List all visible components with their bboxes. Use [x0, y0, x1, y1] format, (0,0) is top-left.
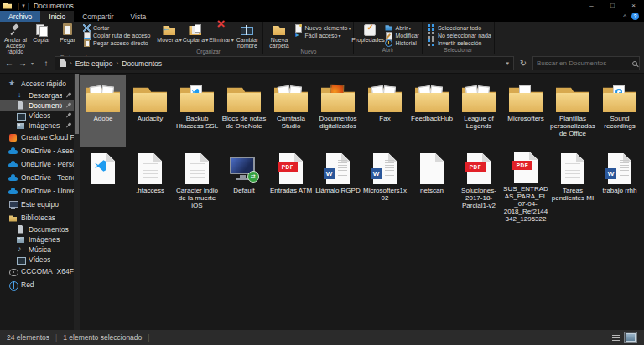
select-none-button[interactable]: No seleccionar nada: [428, 32, 491, 39]
folder-item-blocs-de-notas-de-onenote[interactable]: Blocs de notas de OneNote: [221, 75, 267, 147]
pin-to-quick-access-button[interactable]: Anclar al Acceso rápido: [3, 23, 29, 54]
sidebar-item-imágenes[interactable]: Imágenes: [0, 121, 74, 131]
file-item-trabajo-rrhh[interactable]: trabajo rrhh: [597, 147, 642, 219]
sidebar-item-onedrive-universid[interactable]: OneDrive - Universid: [0, 184, 74, 198]
copy-to-button[interactable]: Copiar a: [182, 23, 208, 44]
pin-icon[interactable]: [64, 101, 73, 111]
new-item-button[interactable]: Nuevo elemento: [294, 24, 351, 31]
search-box[interactable]: [532, 56, 640, 70]
quick-access-toolbar-chevron-icon[interactable]: ▾: [22, 3, 25, 9]
help-icon[interactable]: [631, 13, 639, 20]
refresh-icon[interactable]: ↻: [517, 59, 529, 68]
file-item-default[interactable]: Default: [221, 147, 267, 219]
invert-selection-button[interactable]: Invertir selección: [428, 39, 491, 46]
breadcrumb-documentos[interactable]: Documentos: [122, 59, 162, 68]
file-item-entradas-atm[interactable]: Entradas ATM: [268, 147, 314, 219]
close-button[interactable]: ×: [623, 0, 644, 11]
breadcrumb-este-equipo[interactable]: Este equipo: [75, 59, 113, 68]
collapse-ribbon-icon[interactable]: ^: [623, 13, 626, 20]
paste-shortcut-button[interactable]: Pegar acceso directo: [83, 39, 150, 46]
sidebar-item-onedrive-asesoría-i[interactable]: OneDrive - Asesoría I: [0, 144, 74, 157]
properties-button[interactable]: Propiedades: [356, 23, 382, 44]
sidebar-item-bibliotecas[interactable]: Bibliotecas: [0, 211, 74, 224]
tab-vista[interactable]: Vista: [122, 11, 155, 22]
easy-access-button[interactable]: Fácil acceso: [294, 32, 351, 39]
folder-item-microsofters[interactable]: Microsofters: [503, 75, 548, 147]
search-icon[interactable]: [632, 61, 637, 66]
cut-button[interactable]: Cortar: [83, 24, 150, 31]
folder-item-fax[interactable]: Fax: [362, 75, 408, 147]
pin-icon[interactable]: [64, 111, 73, 121]
folder-item-plantillas-personalizadas-de-office[interactable]: Plantillas personalizadas de Office: [550, 75, 595, 147]
folder-item-league-of-legends[interactable]: League of Legends: [456, 75, 501, 147]
content-area[interactable]: AdobeAudacityBackub Htaccess SSLBlocs de…: [80, 74, 644, 330]
back-icon[interactable]: ←: [4, 59, 14, 68]
move-to-button[interactable]: Mover a: [156, 23, 182, 44]
network-icon: [8, 281, 18, 290]
delete-button[interactable]: Eliminar: [208, 23, 234, 44]
select-all-button[interactable]: Seleccionar todo: [428, 24, 491, 31]
folder-item-audacity[interactable]: Audacity: [127, 75, 173, 147]
sidebar-item-documentos[interactable]: Documentos: [0, 100, 74, 111]
sidebar-item-imágenes[interactable]: Imágenes: [0, 234, 74, 245]
main-area: Acceso rápidoDescargasDocumentosVídeosIm…: [0, 74, 644, 330]
folder-photo-icon: [321, 77, 355, 112]
copy-button[interactable]: Copiar: [29, 23, 55, 43]
maximize-button[interactable]: □: [602, 0, 623, 11]
file-item-microsofters1x02[interactable]: Microsofters1x02: [362, 147, 408, 219]
search-input[interactable]: [533, 59, 632, 67]
file-pdf-icon: [512, 149, 540, 183]
file-item-vscode-file[interactable]: [80, 147, 126, 219]
paste-button[interactable]: Pegar: [55, 23, 80, 43]
file-item-sus-entradas-para-el-07-04-2018-ref2144342-1295322[interactable]: SUS_ENTRADAS_PARA_EL_07-04-2018_Ref21443…: [503, 147, 548, 219]
file-text-icon: [136, 149, 164, 184]
edit-button[interactable]: Modificar: [385, 32, 418, 39]
sidebar-item-cccoma-x64f-k[interactable]: CCCOMA_X64F (K:): [0, 265, 74, 278]
scrollbar-thumb[interactable]: [75, 74, 79, 134]
tab-compartir[interactable]: Compartir: [74, 11, 122, 22]
sidebar-item-música[interactable]: Música: [0, 245, 74, 255]
sidebar-scrollbar[interactable]: [74, 74, 80, 330]
copy-path-button[interactable]: Copiar ruta de acceso: [83, 32, 150, 39]
rename-button[interactable]: Cambiar nombre: [234, 23, 260, 49]
pin-icon[interactable]: [64, 91, 73, 100]
recent-locations-chevron-icon[interactable]: ▾: [31, 60, 38, 66]
folder-item-camtasia-studio[interactable]: Camtasia Studio: [268, 75, 314, 147]
up-icon[interactable]: ↑: [41, 59, 51, 68]
large-icons-view-button[interactable]: [624, 332, 637, 343]
sidebar-item-onedrive-tecnologí[interactable]: OneDrive - Tecnologí: [0, 171, 74, 184]
breadcrumb[interactable]: › Este equipo › Documentos ▾: [55, 56, 514, 70]
folder-item-backub-htaccess-ssl[interactable]: Backub Htaccess SSL: [174, 75, 220, 147]
sidebar-item-este-equipo[interactable]: Este equipo: [0, 198, 74, 211]
file-item-tareas-pendientes-mi[interactable]: Tareas pendientes MI: [550, 147, 595, 219]
folder-item-adobe[interactable]: Adobe: [80, 75, 126, 147]
address-dropdown-chevron-icon[interactable]: ▾: [506, 60, 509, 67]
sidebar-item-onedrive-personal[interactable]: OneDrive - Personal: [0, 157, 74, 171]
pin-icon[interactable]: [64, 121, 73, 131]
folder-item-documentos-digitalizados[interactable]: Documentos digitalizados: [315, 75, 361, 147]
file-item-caracter-indio-de-la-muerte-ios[interactable]: Caracter indio de la muerte iOS: [174, 147, 220, 219]
history-button[interactable]: Historial: [385, 39, 418, 46]
lib-documents-icon: [16, 225, 25, 234]
folder-item-feedbackhub[interactable]: FeedbackHub: [409, 75, 454, 147]
folder-docs-icon: [415, 77, 449, 112]
file-item-netscan[interactable]: netscan: [409, 147, 454, 219]
sidebar-item-red[interactable]: Red: [0, 278, 74, 291]
details-view-button[interactable]: [609, 332, 622, 343]
folder-item-sound-recordings[interactable]: Sound recordings: [597, 75, 642, 147]
sidebar-item-creative-cloud-files[interactable]: Creative Cloud Files: [0, 131, 74, 144]
minimize-button[interactable]: –: [581, 0, 602, 11]
tab-inicio[interactable]: Inicio: [40, 11, 74, 22]
file-item-htaccess[interactable]: .htaccess: [127, 147, 173, 219]
new-folder-button[interactable]: Nueva carpeta: [266, 23, 292, 49]
sidebar-item-documentos[interactable]: Documentos: [0, 224, 74, 234]
file-item-soluciones-2017-18-parcial1-v2[interactable]: Soluciones-2017-18-Parcial1-v2: [456, 147, 501, 219]
sidebar-item-acceso-rápido[interactable]: Acceso rápido: [0, 77, 74, 90]
tab-archivo[interactable]: Archivo: [0, 11, 40, 22]
open-button[interactable]: Abrir: [385, 24, 418, 31]
sidebar-item-vídeos[interactable]: Vídeos: [0, 111, 74, 121]
sidebar-item-vídeos[interactable]: Vídeos: [0, 255, 74, 265]
forward-icon[interactable]: →: [18, 59, 28, 68]
file-item-llámalo-rgpd[interactable]: Llámalo RGPD: [315, 147, 361, 219]
sidebar-item-descargas[interactable]: Descargas: [0, 90, 74, 100]
